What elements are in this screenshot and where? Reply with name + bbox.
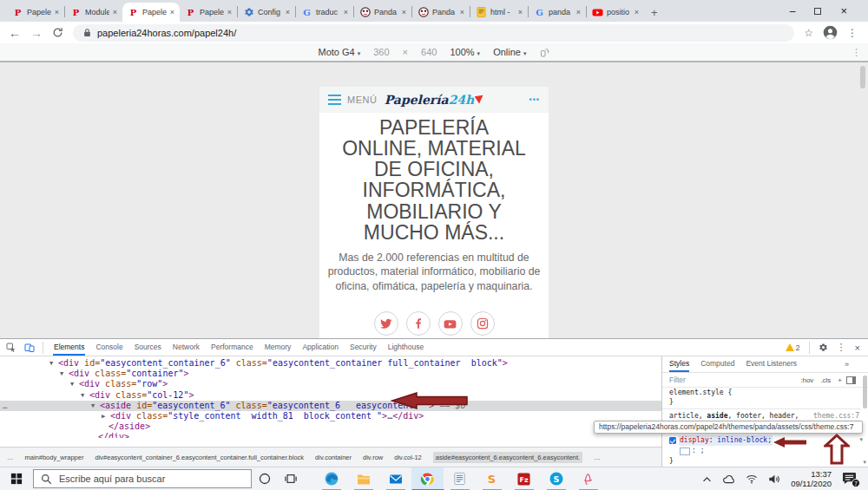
dom-tree-line[interactable]: ▶<div class="style_content width_81 bloc… [0,411,661,421]
network-throttle-select[interactable]: Online ▾ [493,47,526,57]
tab-close-icon[interactable]: × [227,8,232,16]
browser-tab-papele[interactable]: PPapele× [122,3,180,22]
panel-layout-icon[interactable] [846,376,856,384]
viewport-height-field[interactable]: 640 [421,47,437,57]
taskbar-app-file-explorer[interactable] [347,467,379,490]
taskbar-app-lightshot[interactable] [572,467,604,490]
breadcrumb-item[interactable]: … [594,454,601,461]
url-bar[interactable]: papeleria24horas.com/papel24h/ [73,24,794,42]
hamburger-menu-icon[interactable] [328,95,341,105]
devtools-tab-performance[interactable]: Performance [210,339,254,356]
dom-tree-line[interactable]: ▼<div class="col-12"> [0,390,661,401]
header-more-icon[interactable]: ••• [529,95,540,104]
devtools-tab-sources[interactable]: Sources [134,339,162,356]
wifi-icon[interactable] [746,474,758,484]
bookmark-star-icon[interactable]: ☆ [804,27,813,39]
start-button[interactable] [0,467,33,490]
breadcrumb-item[interactable]: div.row [363,454,383,461]
forward-icon[interactable]: → [30,27,43,39]
devtools-settings-icon[interactable] [819,343,828,352]
overflow-chevron-icon[interactable]: » [845,360,861,369]
property-edit-box[interactable] [680,448,690,455]
dom-tree-line[interactable]: </div> [0,432,661,438]
devtools-tab-memory[interactable]: Memory [264,339,293,356]
devtools-close-icon[interactable]: × [855,343,860,353]
dom-tree-line[interactable]: ▼<div class="row"> [0,379,661,389]
warnings-badge[interactable]: 2 [786,343,800,352]
css-rule-source-link[interactable]: theme.css:7 [813,411,859,421]
profile-avatar[interactable] [823,25,838,40]
task-view-button[interactable] [278,467,304,490]
social-link-twitter[interactable] [374,311,398,336]
tab-close-icon[interactable]: × [460,8,464,16]
breadcrumb-item[interactable]: div#easycontent_container_6.easycontent_… [95,454,304,461]
browser-tab-html-[interactable]: html -× [470,3,528,22]
tab-close-icon[interactable]: × [170,8,174,16]
tree-expanded-icon[interactable]: ▼ [49,358,58,369]
devtools-tab-network[interactable]: Network [172,339,201,356]
styles-toggle-cls[interactable]: .cls [820,373,831,388]
tab-close-icon[interactable]: × [635,8,639,16]
styles-toggle-[interactable]: + [838,373,842,388]
taskbar-app-mail[interactable] [379,467,411,490]
device-mode-icon[interactable] [24,343,35,353]
breadcrumb-item[interactable]: main#body_wrapper [25,454,84,461]
social-link-facebook[interactable] [406,311,431,336]
breadcrumb-item[interactable]: div.col-12 [394,454,422,461]
reload-icon[interactable] [52,27,63,38]
css-rule-selector[interactable]: article, aside, footer, header, theme.cs… [662,411,861,421]
element-style-rule[interactable]: element.style { [662,388,861,397]
taskbar-app-filezilla[interactable]: Fz [508,467,540,490]
scroll-down-icon[interactable]: ▾ [863,459,866,466]
filter-input[interactable]: Filter [669,376,686,384]
minimize-icon[interactable]: – [790,5,796,17]
tab-close-icon[interactable]: × [113,8,117,16]
devtools-menu-icon[interactable]: ⋮ [837,342,846,353]
taskbar-search-input[interactable]: Escribe aquí para buscar [33,469,252,488]
breadcrumb-item[interactable]: … [7,454,14,461]
breadcrumb-item[interactable]: div.container [315,454,352,461]
browser-menu-icon[interactable]: ⋮ [847,27,858,39]
devtools-tab-elements[interactable]: Elements [53,339,85,356]
device-toolbar-more-icon[interactable]: ⋮ [852,47,861,58]
dom-tree-line[interactable]: ▼<div class="container"> [0,369,661,379]
devtools-tab-lighthouse[interactable]: Lighthouse [387,339,425,356]
tree-expanded-icon[interactable]: ▼ [70,379,79,389]
social-link-instagram[interactable] [470,311,495,336]
styles-tab-event-listeners[interactable]: Event Listeners [746,356,797,372]
viewport-width-field[interactable]: 360 [373,47,389,57]
browser-tab-papele[interactable]: PPapele× [180,3,237,22]
styles-tab-styles[interactable]: Styles [669,356,689,372]
zoom-select[interactable]: 100% ▾ [450,47,480,57]
maximize-icon[interactable] [814,8,821,15]
dom-tree-line[interactable]: </aside> [0,421,661,432]
browser-tab-panda[interactable]: Panda× [412,3,470,22]
devtools-tab-security[interactable]: Security [349,339,378,356]
browser-tab-panda[interactable]: Panda× [354,3,411,22]
tree-expanded-icon[interactable]: ▼ [81,390,89,401]
tray-expand-icon[interactable] [702,475,712,483]
styles-toggle-hov[interactable]: :hov [800,373,813,388]
inspect-element-icon[interactable] [6,343,16,353]
tab-close-icon[interactable]: × [286,8,290,16]
tab-close-icon[interactable]: × [518,8,523,16]
tab-close-icon[interactable]: × [402,8,406,16]
taskbar-clock[interactable]: 13:37 09/11/2020 [791,469,832,489]
devtools-tab-application[interactable]: Application [301,339,339,356]
menu-label[interactable]: MENÚ [347,95,377,105]
tab-close-icon[interactable]: × [344,8,348,16]
url-text[interactable]: papeleria24horas.com/papel24h/ [97,28,236,38]
social-link-youtube[interactable] [438,311,463,336]
taskbar-app-chrome[interactable] [411,467,444,490]
browser-tab-papele[interactable]: PPapele× [7,3,64,22]
devtools-tab-console[interactable]: Console [95,339,123,356]
browser-tab-config[interactable]: Config× [238,3,295,22]
taskbar-app-writer[interactable] [444,467,476,490]
dom-tree-line[interactable]: ▼<div id="easycontent_container_6" class… [0,358,661,369]
tab-close-icon[interactable]: × [576,8,581,16]
breadcrumb-item[interactable]: aside#easycontent_6.easycontent_6.easyco… [433,452,582,463]
tab-close-icon[interactable]: × [55,8,59,16]
dom-tree-line[interactable]: …▼<aside id="easycontent_6" class="easyc… [0,401,661,411]
tree-expanded-icon[interactable]: ▼ [60,369,69,379]
browser-tab-panda[interactable]: Gpanda× [529,3,586,22]
